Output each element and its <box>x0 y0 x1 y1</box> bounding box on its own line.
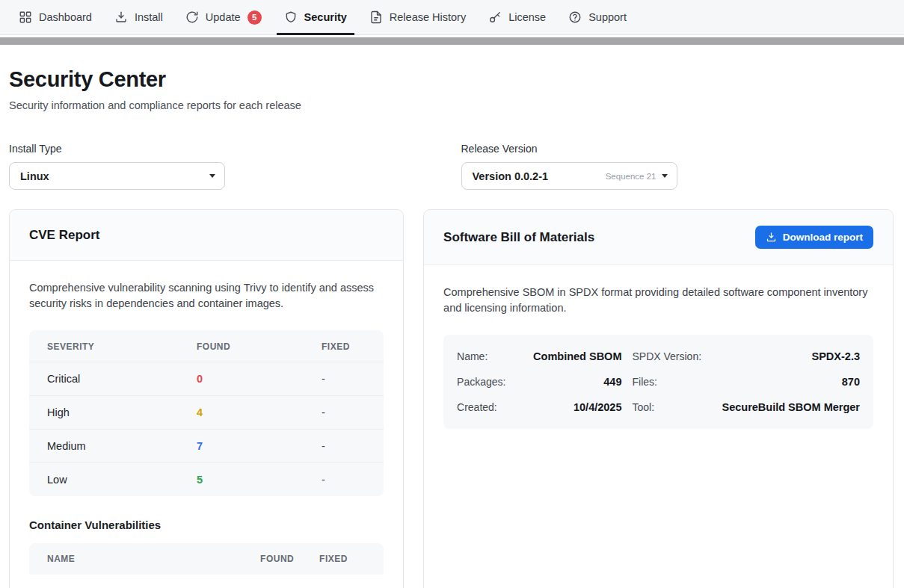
page-title: Security Center <box>9 67 894 92</box>
cve-card-header: CVE Report <box>10 210 403 261</box>
sbom-card-header: Software Bill of Materials Download repo… <box>424 210 893 265</box>
release-version-label: Release Version <box>461 143 894 155</box>
found-count: 4 <box>197 406 322 418</box>
fixed-col-header: FIXED <box>319 554 366 564</box>
top-navigation: Dashboard Install Update 5 Security <box>0 0 904 35</box>
fixed-count: - <box>322 406 366 418</box>
nav-tab-label: Install <box>135 11 163 23</box>
sbom-info-value: 449 <box>533 369 621 394</box>
license-key-icon <box>488 10 502 24</box>
filters-row: Install Type Linux Release Version Versi… <box>9 143 894 190</box>
release-sequence-text: Sequence 21 <box>606 172 657 181</box>
sbom-info-label: SPDX Version: <box>632 344 711 369</box>
download-report-label: Download report <box>783 232 863 243</box>
gray-divider-bar <box>0 37 904 45</box>
name-col-header: NAME <box>47 554 260 564</box>
release-version-filter: Release Version Version 0.0.2-1 Sequence… <box>461 143 894 190</box>
chevron-down-icon <box>662 174 668 178</box>
table-row: Critical 0 - <box>29 362 384 395</box>
release-version-value: Version 0.0.2-1 <box>473 170 606 182</box>
dashboard-grid-icon <box>19 10 32 24</box>
support-help-icon <box>568 10 582 24</box>
sbom-card-body: Comprehensive SBOM in SPDX format provid… <box>424 265 893 448</box>
severity-table-header: SEVERITY FOUND FIXED <box>29 330 384 362</box>
security-shield-icon <box>284 10 298 24</box>
table-row: Low 5 - <box>29 462 384 496</box>
nav-tab-support[interactable]: Support <box>557 0 638 34</box>
sbom-info-label: Created: <box>457 394 523 420</box>
nav-tab-security[interactable]: Security <box>273 0 358 34</box>
nav-tab-install[interactable]: Install <box>103 0 174 34</box>
sbom-card-title: Software Bill of Materials <box>443 230 594 245</box>
nav-tab-label: Update <box>206 11 241 23</box>
severity-name: Critical <box>47 373 197 385</box>
nav-tab-label: Support <box>588 11 627 23</box>
found-col-header: FOUND <box>260 554 319 564</box>
page-subtitle: Security information and compliance repo… <box>9 99 894 111</box>
nav-tab-license[interactable]: License <box>477 0 557 34</box>
cve-card-title: CVE Report <box>29 228 99 243</box>
sbom-info-label: Files: <box>632 369 711 394</box>
sbom-info-value: SPDX-2.3 <box>722 344 860 369</box>
severity-col-header: SEVERITY <box>47 341 197 352</box>
container-vulnerabilities-table-header: NAME FOUND FIXED <box>29 543 384 575</box>
sbom-info-label: Packages: <box>457 369 523 394</box>
fixed-count: - <box>322 440 366 452</box>
found-col-header: FOUND <box>197 341 322 352</box>
cve-report-card: CVE Report Comprehensive vulnerability s… <box>9 209 404 588</box>
cards-row: CVE Report Comprehensive vulnerability s… <box>9 209 894 588</box>
severity-name: High <box>47 406 197 418</box>
update-refresh-icon <box>185 10 199 24</box>
nav-tab-release-history[interactable]: Release History <box>358 0 477 34</box>
main-content: Security Center Security information and… <box>0 45 904 588</box>
nav-tab-dashboard[interactable]: Dashboard <box>7 0 103 34</box>
download-report-button[interactable]: Download report <box>755 226 873 249</box>
update-count-badge: 5 <box>247 10 262 25</box>
cve-description: Comprehensive vulnerability scanning usi… <box>29 280 384 312</box>
fixed-count: - <box>322 474 366 486</box>
sbom-card: Software Bill of Materials Download repo… <box>423 209 894 588</box>
install-download-icon <box>114 10 128 24</box>
nav-tab-label: Security <box>304 11 347 23</box>
install-type-filter: Install Type Linux <box>9 143 442 190</box>
sbom-info-value: SecureBuild SBOM Merger <box>722 394 860 420</box>
chevron-down-icon <box>209 174 215 178</box>
sbom-info-value: 870 <box>722 369 860 394</box>
found-count: 7 <box>197 440 322 452</box>
release-history-file-icon <box>369 10 383 24</box>
container-vulnerabilities-title: Container Vulnerabilities <box>29 519 384 531</box>
sbom-info-value: Combined SBOM <box>533 344 621 369</box>
sbom-info-label: Name: <box>457 344 523 369</box>
table-row: Medium 7 - <box>29 429 384 462</box>
sbom-info-grid: Name: Combined SBOM SPDX Version: SPDX-2… <box>443 335 873 429</box>
severity-name: Low <box>47 474 197 486</box>
severity-name: Medium <box>47 440 197 452</box>
severity-table: SEVERITY FOUND FIXED Critical 0 - High 4… <box>29 330 384 496</box>
found-count: 0 <box>197 373 322 385</box>
download-icon <box>766 232 777 243</box>
table-row: High 4 - <box>29 395 384 429</box>
found-count: 5 <box>197 474 322 486</box>
nav-tab-label: Dashboard <box>39 11 92 23</box>
fixed-count: - <box>322 373 366 385</box>
sbom-info-value: 10/4/2025 <box>533 394 621 420</box>
nav-tab-label: Release History <box>390 11 466 23</box>
sbom-description: Comprehensive SBOM in SPDX format provid… <box>443 285 873 317</box>
nav-tab-update[interactable]: Update 5 <box>174 0 273 34</box>
sbom-info-label: Tool: <box>632 394 711 420</box>
fixed-col-header: FIXED <box>322 341 366 352</box>
release-version-select[interactable]: Version 0.0.2-1 Sequence 21 <box>461 162 677 190</box>
install-type-select[interactable]: Linux <box>9 162 225 190</box>
cve-card-body: Comprehensive vulnerability scanning usi… <box>10 261 403 588</box>
install-type-value: Linux <box>20 170 209 182</box>
install-type-label: Install Type <box>9 143 442 155</box>
nav-tab-label: License <box>508 11 546 23</box>
